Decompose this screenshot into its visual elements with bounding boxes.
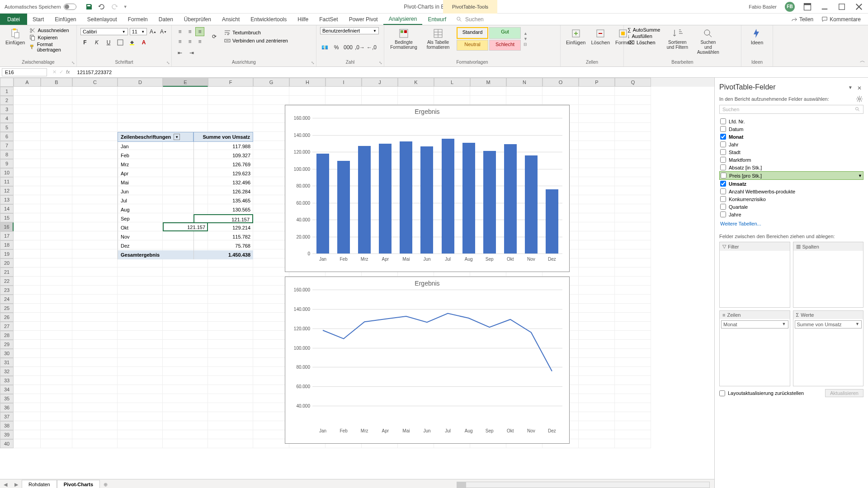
tab-ansicht[interactable]: Ansicht (217, 14, 245, 25)
cell[interactable] (253, 132, 289, 141)
row-header[interactable]: 27 (0, 322, 14, 331)
toggle-switch[interactable] (64, 4, 76, 10)
cell[interactable] (253, 186, 289, 195)
tab-formeln[interactable]: Formeln (123, 14, 153, 25)
cell[interactable] (118, 87, 163, 96)
column-header[interactable]: L (434, 78, 470, 87)
cell[interactable] (615, 385, 651, 394)
cell[interactable] (434, 96, 470, 105)
cell[interactable] (208, 412, 253, 421)
cell[interactable] (14, 286, 41, 295)
cell[interactable] (41, 249, 72, 258)
row-header[interactable]: 8 (0, 150, 14, 159)
cell[interactable] (579, 412, 615, 421)
cell[interactable] (14, 430, 41, 439)
find-select-button[interactable]: Suchen und Auswählen (694, 27, 722, 56)
cell[interactable] (434, 87, 470, 96)
cell[interactable] (615, 403, 651, 412)
field-item[interactable]: Jahr (719, 141, 863, 148)
cell[interactable] (579, 96, 615, 105)
cell[interactable] (41, 150, 72, 159)
cell[interactable] (72, 231, 118, 240)
cell[interactable] (41, 322, 72, 331)
field-item[interactable]: Lfd. Nr. (719, 117, 863, 125)
field-item[interactable]: Datum (719, 125, 863, 133)
cell[interactable] (41, 358, 72, 367)
cell[interactable] (579, 123, 615, 132)
cell[interactable] (14, 267, 41, 277)
cell[interactable] (362, 87, 398, 96)
cell[interactable] (72, 150, 118, 159)
cell[interactable] (253, 385, 289, 394)
cell[interactable] (208, 267, 253, 277)
cell[interactable] (41, 403, 72, 412)
tab-power pivot[interactable]: Power Pivot (344, 14, 383, 25)
sheet-tab[interactable]: Pivot-Charts (57, 480, 100, 488)
cell[interactable] (72, 213, 118, 222)
cell[interactable] (615, 141, 651, 150)
cell[interactable] (542, 96, 579, 105)
cell[interactable] (579, 313, 615, 322)
cell[interactable] (118, 313, 163, 322)
cell[interactable] (579, 286, 615, 295)
pivot-row-label[interactable]: Jul (118, 196, 193, 205)
row-header[interactable]: 35 (0, 394, 14, 403)
cell[interactable] (41, 141, 72, 150)
column-header[interactable]: A (14, 78, 41, 87)
save-icon[interactable] (85, 3, 93, 10)
cell[interactable] (118, 394, 163, 403)
cell[interactable] (615, 295, 651, 304)
cell[interactable] (118, 123, 163, 132)
cell[interactable] (579, 430, 615, 439)
cell[interactable] (615, 340, 651, 349)
cell[interactable] (14, 421, 41, 430)
bar[interactable] (316, 154, 329, 253)
cell[interactable] (253, 412, 289, 421)
cell[interactable] (579, 240, 615, 249)
cell[interactable] (253, 258, 289, 267)
cell[interactable] (14, 322, 41, 331)
cell[interactable] (615, 195, 651, 204)
cell[interactable] (14, 195, 41, 204)
fx-icon[interactable]: fx (66, 69, 70, 75)
cell[interactable] (253, 87, 289, 96)
field-checkbox[interactable] (720, 196, 726, 202)
cell[interactable] (253, 421, 289, 430)
cell[interactable] (579, 141, 615, 150)
cell[interactable] (14, 123, 41, 132)
more-tables-link[interactable]: Weitere Tabellen... (719, 218, 863, 229)
row-header[interactable]: 22 (0, 277, 14, 286)
field-item[interactable]: Jahre (719, 211, 863, 218)
decrease-indent[interactable]: ⇤ (175, 48, 184, 57)
cell[interactable] (579, 277, 615, 286)
bar[interactable] (504, 144, 517, 253)
cell[interactable] (615, 376, 651, 385)
cell[interactable] (615, 96, 651, 105)
cell[interactable] (72, 277, 118, 286)
cell[interactable] (253, 150, 289, 159)
field-item[interactable]: Marktform (719, 156, 863, 164)
cell[interactable] (14, 177, 41, 186)
cell[interactable] (118, 430, 163, 439)
cell[interactable] (579, 231, 615, 240)
cell[interactable]: 121.157 (163, 222, 208, 231)
row-header[interactable]: 2 (0, 96, 14, 105)
cell[interactable] (72, 267, 118, 277)
cell[interactable] (118, 267, 163, 277)
cell[interactable] (253, 195, 289, 204)
cell[interactable] (14, 340, 41, 349)
cell[interactable] (615, 313, 651, 322)
cell[interactable] (615, 177, 651, 186)
style-standard[interactable]: Standard (457, 27, 488, 39)
cell[interactable] (14, 412, 41, 421)
cell[interactable] (615, 430, 651, 439)
column-header[interactable]: B (41, 78, 72, 87)
merge-button[interactable]: Verbinden und zentrieren (224, 38, 288, 44)
cell[interactable] (14, 358, 41, 367)
cell[interactable] (615, 304, 651, 313)
file-tab[interactable]: Datei (0, 14, 27, 25)
fill-color-button[interactable] (127, 38, 137, 47)
cell[interactable] (163, 96, 208, 105)
rows-drop-zone[interactable]: ≡Zeilen Monat▼ (719, 310, 790, 387)
column-header[interactable]: K (398, 78, 434, 87)
